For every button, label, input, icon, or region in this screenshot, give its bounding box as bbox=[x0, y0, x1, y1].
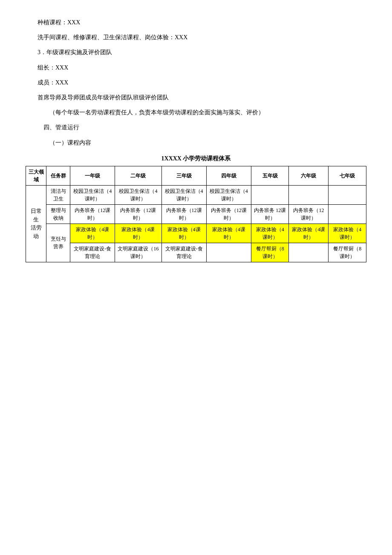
cell-4-5: 餐厅帮厨（8课时） bbox=[251, 243, 289, 262]
line5: 成员：XXX bbox=[26, 77, 366, 88]
cell-2-2: 内务班务（12课时） bbox=[115, 204, 161, 224]
col-grade6: 六年级 bbox=[289, 166, 329, 185]
table-row: 日常生活劳动 清洁与卫生 校园卫生保洁（4课时） 校园卫生保洁（4课时） 校园卫… bbox=[26, 185, 366, 204]
cell-2-1: 内务班务（12课时） bbox=[70, 204, 115, 224]
line8: 四、管道运行 bbox=[26, 122, 366, 133]
cell-3-5: 家政体验（4课时） bbox=[251, 224, 289, 243]
table-title: 1XXXX 小学劳动课程体系 bbox=[26, 155, 366, 163]
group-cell: 烹饪与营养 bbox=[46, 224, 70, 262]
group-cell: 清洁与卫生 bbox=[46, 185, 70, 204]
cell-1-7 bbox=[329, 185, 366, 204]
col-group: 任务群 bbox=[46, 166, 70, 185]
cell-2-5: 内务班务 12课时） bbox=[251, 204, 289, 224]
cell-3-6: 家政体验（4课时） bbox=[289, 224, 329, 243]
cell-3-2: 家政体验（4课时） bbox=[115, 224, 161, 243]
col-grade5: 五年级 bbox=[251, 166, 289, 185]
cell-2-3: 内务班务（12课时） bbox=[161, 204, 206, 224]
course-table: 三大领域 任务群 一年级 二年级 三年级 四年级 五年级 六年级 七年级 日常生… bbox=[26, 166, 366, 262]
table-header-row: 三大领域 任务群 一年级 二年级 三年级 四年级 五年级 六年级 七年级 bbox=[26, 166, 366, 185]
cell-3-7: 家政体验（4课时） bbox=[329, 224, 366, 243]
line2: 洗手间课程、维修课程、卫生保洁课程、岗位体验：XXX bbox=[26, 32, 366, 43]
table-row: 文明家庭建设-食育理论 文明家庭建设（16课时） 文明家庭建设-食育理论 餐厅帮… bbox=[26, 243, 366, 262]
cell-4-1: 文明家庭建设-食育理论 bbox=[70, 243, 115, 262]
domain-cell: 日常生活劳动 bbox=[26, 185, 46, 262]
group-cell: 整理与收纳 bbox=[46, 204, 70, 224]
line9: （一）课程内容 bbox=[26, 137, 366, 148]
table-row: 整理与收纳 内务班务（12课时） 内务班务（12课时） 内务班务（12课时） 内… bbox=[26, 204, 366, 224]
page-content: 种植课程：XXX 洗手间课程、维修课程、卫生保洁课程、岗位体验：XXX 3．年级… bbox=[26, 17, 366, 262]
cell-3-4: 家政体验（4课时） bbox=[206, 224, 251, 243]
cell-1-1: 校园卫生保洁（4课时） bbox=[70, 185, 115, 204]
cell-1-2: 校园卫生保洁（4课时） bbox=[115, 185, 161, 204]
cell-1-6 bbox=[289, 185, 329, 204]
cell-2-4: 内务班务（12课时） bbox=[206, 204, 251, 224]
cell-4-6 bbox=[289, 243, 329, 262]
cell-3-3: 家政体验（4课时） bbox=[161, 224, 206, 243]
line3: 3．年级课程实施及评价团队 bbox=[26, 47, 366, 58]
col-grade3: 三年级 bbox=[161, 166, 206, 185]
table-row: 烹饪与营养 家政体验（4课时） 家政体验（4课时） 家政体验（4课时） 家政体验… bbox=[26, 224, 366, 243]
line4: 组长：XXX bbox=[26, 62, 366, 73]
cell-2-7 bbox=[329, 204, 366, 224]
line1: 种植课程：XXX bbox=[26, 17, 366, 28]
line6: 首席导师及导师团成员年级评价团队班级评价团队 bbox=[26, 92, 366, 103]
cell-4-4 bbox=[206, 243, 251, 262]
line7: （每个年级一名劳动课程责任人，负责本年级劳动课程的全面实施与落实、评价） bbox=[26, 107, 366, 118]
col-domain: 三大领域 bbox=[26, 166, 46, 185]
cell-4-3: 文明家庭建设-食育理论 bbox=[161, 243, 206, 262]
col-grade1: 一年级 bbox=[70, 166, 115, 185]
col-grade2: 二年级 bbox=[115, 166, 161, 185]
cell-4-2: 文明家庭建设（16课时） bbox=[115, 243, 161, 262]
cell-3-1: 家政体验（4课时） bbox=[70, 224, 115, 243]
cell-2-6: 内务班务（12课时） bbox=[289, 204, 329, 224]
cell-1-5 bbox=[251, 185, 289, 204]
col-grade7: 七年级 bbox=[329, 166, 366, 185]
col-grade4: 四年级 bbox=[206, 166, 251, 185]
cell-4-7: 餐厅帮厨（8课时） bbox=[329, 243, 366, 262]
cell-1-4: 校园卫生保洁（4课时） bbox=[206, 185, 251, 204]
cell-1-3: 校园卫生保洁（4课时） bbox=[161, 185, 206, 204]
